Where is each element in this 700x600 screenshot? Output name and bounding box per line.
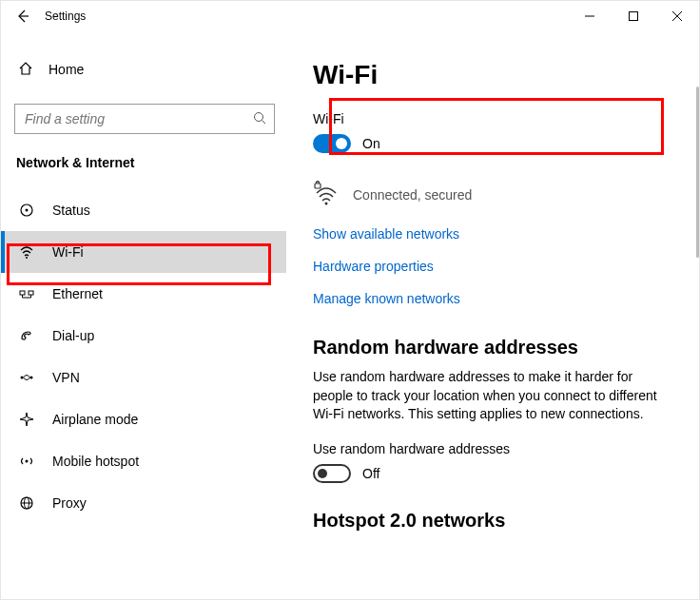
random-toggle-label: Use random hardware addresses [313, 441, 672, 456]
search-box[interactable] [14, 104, 275, 134]
vpn-icon [18, 370, 35, 385]
nav-label: Status [52, 203, 90, 218]
nav-item-hotspot[interactable]: Mobile hotspot [1, 440, 286, 482]
wifi-toggle-label: Wi-Fi [313, 111, 672, 126]
hotspot-icon [18, 454, 35, 469]
home-link[interactable]: Home [1, 48, 286, 90]
nav-label: Wi-Fi [52, 244, 84, 260]
status-icon [18, 203, 35, 218]
svg-point-8 [26, 209, 29, 212]
svg-rect-11 [29, 291, 33, 295]
nav-item-status[interactable]: Status [1, 189, 286, 231]
nav-label: Airplane mode [52, 412, 138, 427]
nav-label: Proxy [52, 495, 87, 511]
nav-item-dialup[interactable]: Dial-up [1, 315, 286, 357]
nav-label: VPN [52, 370, 80, 385]
nav-item-wifi[interactable]: Wi-Fi [1, 231, 286, 273]
nav-label: Dial-up [52, 328, 94, 343]
wifi-secured-icon [313, 180, 340, 209]
close-button[interactable] [655, 1, 699, 31]
svg-point-17 [26, 460, 29, 463]
hotspot-heading: Hotspot 2.0 networks [313, 510, 672, 532]
proxy-icon [18, 495, 35, 511]
link-manage-known[interactable]: Manage known networks [313, 291, 672, 306]
maximize-icon [629, 11, 638, 21]
nav-item-proxy[interactable]: Proxy [1, 482, 286, 524]
random-addr-desc: Use random hardware addresses to make it… [313, 368, 672, 424]
home-label: Home [49, 62, 84, 77]
home-icon [18, 61, 33, 79]
ethernet-icon [18, 286, 35, 301]
nav-label: Mobile hotspot [52, 454, 139, 469]
search-icon [253, 111, 266, 127]
svg-point-16 [30, 377, 33, 379]
wifi-toggle-block: Wi-Fi On [313, 107, 672, 157]
svg-rect-10 [20, 291, 25, 295]
wifi-toggle-state: On [362, 136, 380, 151]
svg-rect-22 [315, 184, 321, 188]
connection-status-text: Connected, secured [353, 187, 472, 203]
dialup-icon [18, 328, 35, 343]
titlebar: Settings [1, 1, 699, 31]
page-title: Wi-Fi [313, 60, 672, 90]
nav-item-ethernet[interactable]: Ethernet [1, 273, 286, 315]
link-hardware-properties[interactable]: Hardware properties [313, 259, 672, 274]
airplane-icon [18, 412, 35, 427]
svg-point-15 [21, 377, 24, 379]
nav-list: Status Wi-Fi Ethernet [1, 189, 286, 524]
window-title: Settings [45, 10, 86, 23]
sidebar: Home Network & Internet Status [1, 31, 286, 599]
svg-point-9 [26, 257, 28, 259]
link-show-networks[interactable]: Show available networks [313, 226, 672, 242]
svg-rect-2 [630, 12, 638, 21]
svg-line-6 [262, 120, 266, 124]
wifi-toggle[interactable] [313, 134, 351, 153]
scrollbar-thumb[interactable] [696, 87, 699, 258]
minimize-button[interactable] [568, 1, 612, 31]
svg-point-21 [325, 203, 328, 205]
nav-item-vpn[interactable]: VPN [1, 357, 286, 398]
main-content: Wi-Fi Wi-Fi On Connected, secu [286, 31, 699, 599]
random-toggle-state: Off [362, 466, 379, 481]
svg-point-5 [255, 112, 263, 121]
arrow-left-icon [15, 9, 30, 24]
nav-label: Ethernet [52, 286, 103, 301]
maximize-button[interactable] [612, 1, 655, 31]
wifi-icon [18, 244, 35, 260]
nav-item-airplane[interactable]: Airplane mode [1, 398, 286, 440]
random-toggle[interactable] [313, 464, 351, 483]
section-title: Network & Internet [1, 134, 286, 176]
search-input[interactable] [23, 110, 232, 127]
close-icon [672, 11, 682, 21]
random-addr-heading: Random hardware addresses [313, 337, 672, 358]
minimize-icon [585, 11, 594, 21]
back-button[interactable] [1, 1, 45, 31]
connection-status-block[interactable]: Connected, secured [313, 180, 672, 209]
